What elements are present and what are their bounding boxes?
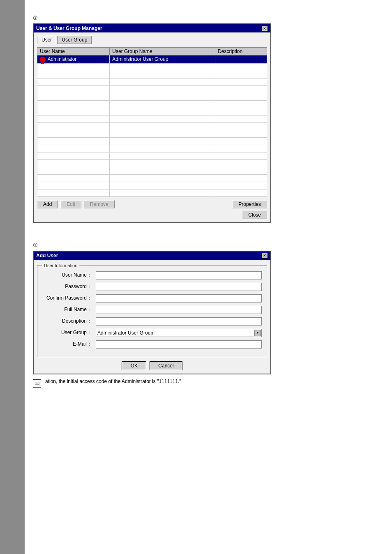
table-row[interactable] [37, 93, 267, 100]
window2-close-button[interactable]: × [261, 253, 268, 259]
table-row[interactable] [37, 63, 267, 71]
window1-titlebar: User & User Group Manager × [34, 24, 270, 32]
add-user-window: Add User × User Information User Name： P… [33, 251, 271, 374]
cell-user-name: Administrator [37, 55, 110, 64]
table-row[interactable] [37, 145, 267, 152]
tab-user[interactable]: User [37, 36, 56, 44]
window2-title: Add User [36, 253, 58, 259]
label-description: Description： [42, 318, 96, 325]
label-email: E-Mail： [42, 341, 96, 348]
dialog-button-row: OK Cancel [37, 361, 267, 370]
user-information-fieldset: User Information User Name： Password： Co… [37, 263, 267, 357]
note-icon: 📖 [33, 379, 41, 388]
user-table: User Name User Group Name Description Ad… [37, 47, 267, 197]
label-password: Password： [42, 283, 96, 290]
input-description[interactable] [96, 317, 262, 325]
table-row[interactable]: Administrator Administrator User Group [37, 55, 267, 64]
window1-title: User & User Group Manager [36, 25, 102, 31]
label-full-name: Full Name： [42, 306, 96, 313]
table-row[interactable] [37, 85, 267, 93]
table-row[interactable] [37, 71, 267, 78]
table-row[interactable] [37, 189, 267, 196]
table-row[interactable] [37, 182, 267, 189]
cell-user-group-name: Administrator User Group [110, 55, 215, 64]
step2-label: ② [33, 242, 38, 248]
step1-label: ① [33, 15, 38, 21]
table-row[interactable] [37, 167, 267, 174]
note-row: 📖 ation, the initial access code of the … [33, 379, 181, 388]
close-button[interactable]: Close [242, 211, 267, 219]
close-row: Close [37, 211, 267, 219]
label-confirm-password: Confirm Password： [42, 295, 96, 302]
window1-close-button[interactable]: × [261, 25, 268, 31]
remove-user-button[interactable]: Remove [84, 200, 115, 208]
col-description: Description [215, 48, 267, 55]
label-user-name: User Name： [42, 272, 96, 279]
properties-button[interactable]: Properties [232, 200, 267, 208]
table-row[interactable] [37, 108, 267, 115]
table-row[interactable] [37, 174, 267, 182]
table-row[interactable] [37, 115, 267, 122]
input-password[interactable] [96, 283, 262, 291]
select-user-group[interactable]: Administrator User Group [96, 329, 262, 337]
form-row-full-name: Full Name： [42, 306, 262, 314]
table-row[interactable] [37, 78, 267, 85]
window2-content: User Information User Name： Password： Co… [34, 263, 270, 370]
tab-bar: User User Group [37, 36, 267, 44]
form-row-username: User Name： [42, 271, 262, 279]
form-row-user-group: User Group： Administrator User Group ▼ [42, 329, 262, 337]
input-full-name[interactable] [96, 306, 262, 314]
form-row-password: Password： [42, 283, 262, 291]
table-row[interactable] [37, 100, 267, 108]
table-row[interactable] [37, 137, 267, 145]
input-email[interactable] [96, 340, 262, 349]
window2-titlebar: Add User × [34, 252, 270, 260]
col-user-name: User Name [37, 48, 110, 55]
ok-button[interactable]: OK [122, 361, 146, 370]
window1-button-row: Add Edit Remove Properties [37, 200, 267, 208]
table-header-row: User Name User Group Name Description [37, 48, 267, 55]
add-user-button[interactable]: Add [37, 200, 58, 208]
user-icon [40, 57, 46, 62]
table-row[interactable] [37, 122, 267, 130]
user-group-select-wrapper: Administrator User Group ▼ [96, 329, 262, 337]
table-row[interactable] [37, 130, 267, 137]
input-user-name[interactable] [96, 271, 262, 279]
tab-user-group[interactable]: User Group [57, 36, 92, 44]
table-row[interactable] [37, 152, 267, 159]
table-row[interactable] [37, 159, 267, 167]
input-confirm-password[interactable] [96, 294, 262, 302]
cell-description [215, 55, 267, 64]
label-user-group: User Group： [42, 329, 96, 336]
form-row-confirm-password: Confirm Password： [42, 294, 262, 302]
edit-user-button[interactable]: Edit [60, 200, 81, 208]
form-row-email: E-Mail： [42, 340, 262, 349]
window1-content: User User Group User Name User Group Nam… [34, 32, 270, 222]
form-row-description: Description： [42, 317, 262, 325]
note-text: ation, the initial access code of the Ad… [45, 379, 181, 384]
cancel-button[interactable]: Cancel [150, 361, 182, 370]
user-group-manager-window: User & User Group Manager × User User Gr… [33, 23, 271, 223]
sidebar-bar [0, 0, 25, 554]
fieldset-legend: User Information [42, 263, 79, 268]
col-user-group-name: User Group Name [110, 48, 215, 55]
